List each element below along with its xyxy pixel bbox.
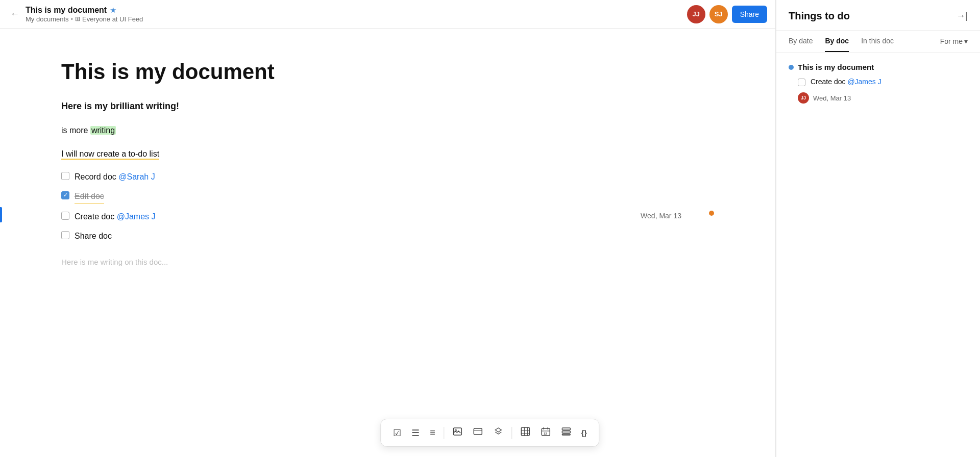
todo-date-3: Wed, Mar 13 [641,211,702,221]
tab-in-this-doc[interactable]: In this doc [861,31,894,52]
toolbar-checkbox-btn[interactable]: ☑ [389,424,405,442]
stack-icon [561,426,571,439]
doc-title: This is my document [26,6,107,15]
back-button[interactable]: ← [8,7,21,21]
sidebar-doc-group: This is my document Create doc @James J … [789,63,968,104]
bullet-list-icon: ☰ [411,427,420,439]
share-button[interactable]: Share [732,6,767,23]
checkbox-icon: ☑ [393,427,401,439]
right-sidebar: Things to do →| By date By doc In this d… [776,0,980,457]
toolbar-image-btn[interactable] [448,423,467,442]
breadcrumb-separator: • [71,15,74,23]
shared-icon: ⊞ [75,15,80,22]
todo-label-1: Record doc @Sarah J [75,171,155,183]
todo-item-1: Record doc @Sarah J [61,171,714,183]
toolbar-dropbox-btn[interactable] [489,423,507,442]
sidebar-doc-name: This is my document [789,63,968,71]
sidebar-todo-item-1: Create doc @James J [789,78,968,86]
toolbar-embed-btn[interactable] [469,423,487,442]
filter-label: For me [940,37,963,45]
para1-prefix: is more [61,126,90,135]
todo-label-2: Edit doc [75,190,104,204]
todo-checkbox-3[interactable] [61,212,69,220]
sidebar-avatar-jj: JJ [798,92,809,104]
sidebar-doc-title: This is my document [798,63,874,71]
sidebar-content: This is my document Create doc @James J … [776,53,980,457]
doc-title-area: This is my document ★ My documents • ⊞ E… [26,6,143,23]
svg-rect-15 [562,431,570,433]
doc-title-top: This is my document ★ [26,6,143,15]
toolbar-divider-1 [444,427,444,439]
todo-checkbox-4[interactable] [61,231,69,239]
top-bar: ← This is my document ★ My documents • ⊞… [0,0,775,29]
sidebar-header: Things to do →| [776,0,980,31]
calendar-icon: 12 [541,426,551,439]
numbered-list-icon: ≡ [430,427,435,438]
top-bar-right: JJ SJ Share [687,5,767,23]
svg-rect-2 [474,428,482,435]
svg-text:12: 12 [543,432,547,435]
avatar-jj[interactable]: JJ [687,5,705,23]
faded-text: Here is me writing on this doc... [61,258,714,266]
blue-dot-icon [789,65,794,70]
table-icon [520,426,530,439]
toolbar: ☑ ☰ ≡ [380,419,599,447]
toolbar-calendar-btn[interactable]: 12 [536,423,555,442]
doc-para-1: is more writing [61,124,714,137]
collapse-icon: →| [956,11,968,21]
todo-label-4: Share doc [75,230,112,242]
sidebar-todo-checkbox-1[interactable] [798,79,805,86]
todo-mention-james: @James J [117,212,156,221]
doc-heading: This is my document [61,59,714,85]
blue-cursor-line [0,207,2,222]
todo-item-4: Share doc [61,230,714,242]
sidebar-todo-text-1: Create doc @James J [811,78,881,86]
tab-by-doc[interactable]: By doc [825,31,849,52]
image-icon [452,426,462,439]
svg-rect-4 [521,427,529,436]
doc-content: This is my document Here is my brilliant… [0,29,775,457]
toolbar-code-btn[interactable]: {} [577,426,591,440]
sidebar-tabs: By date By doc In this doc For me ▾ [776,31,980,53]
todo-mention-sarah: @Sarah J [118,172,155,181]
orange-dot-3 [709,211,714,216]
svg-rect-16 [562,434,570,435]
sidebar-todo-mention-james: @James J [847,78,881,86]
todo-checkbox-2[interactable]: ✓ [61,191,69,199]
filter-button[interactable]: For me ▾ [940,31,968,52]
toolbar-divider-2 [511,427,512,439]
sidebar-todo-date-1: Wed, Mar 13 [813,94,851,102]
avatar-sj[interactable]: SJ [709,5,728,23]
todo-list: Record doc @Sarah J ✓ Edit doc Create do… [61,171,714,242]
toolbar-numbered-btn[interactable]: ≡ [426,424,439,441]
toolbar-stack-btn[interactable] [557,423,575,442]
para1-highlight: writing [90,126,116,135]
doc-para-2: I will now create a to-do list [61,147,714,161]
star-icon[interactable]: ★ [110,6,116,15]
sidebar-collapse-button[interactable]: →| [956,11,968,21]
todo-checkbox-1[interactable] [61,172,69,180]
chevron-down-icon: ▾ [964,37,968,45]
doc-subtitle: Here is my brilliant writing! [61,101,714,112]
top-bar-left: ← This is my document ★ My documents • ⊞… [8,6,143,23]
para2-underline: I will now create a to-do list [61,149,159,160]
code-icon: {} [581,429,587,437]
sidebar-todo-meta-1: JJ Wed, Mar 13 [789,92,968,104]
dropbox-icon [493,426,503,439]
breadcrumb-home[interactable]: My documents [26,15,69,23]
sidebar-title: Things to do [789,10,850,22]
main-area: ← This is my document ★ My documents • ⊞… [0,0,776,457]
embed-icon [473,426,483,439]
toolbar-bullet-btn[interactable]: ☰ [407,424,424,442]
todo-item-3: Create doc @James J Wed, Mar 13 [61,211,714,223]
todo-item-2: ✓ Edit doc [61,190,714,204]
svg-rect-14 [562,428,570,430]
toolbar-table-btn[interactable] [516,423,534,442]
breadcrumb: My documents • ⊞ Everyone at UI Feed [26,15,143,23]
todo-label-3: Create doc @James J [75,211,156,223]
tab-by-date[interactable]: By date [789,31,813,52]
breadcrumb-shared: Everyone at UI Feed [82,15,143,23]
